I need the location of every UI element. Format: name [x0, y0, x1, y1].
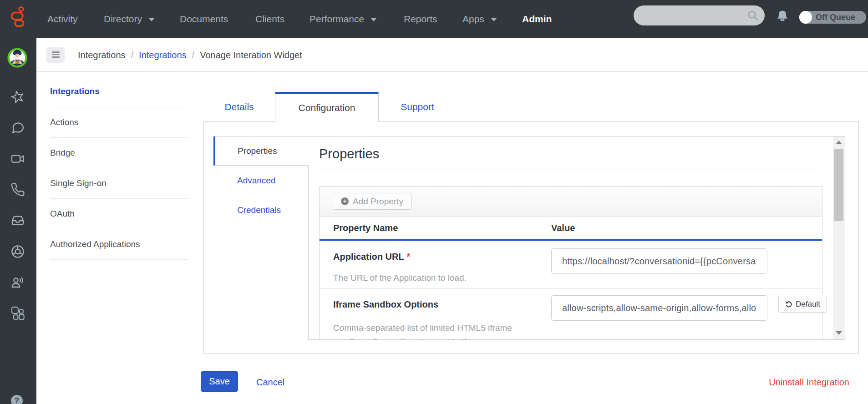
cancel-link[interactable]: Cancel: [256, 377, 284, 388]
reset-default-button[interactable]: Default: [778, 296, 827, 313]
nav-item-reports[interactable]: Reports: [404, 0, 437, 38]
chevron-down-icon: [371, 18, 377, 21]
settings-menu-item-bridge[interactable]: Bridge: [50, 138, 188, 168]
properties-heading: Properties: [319, 146, 822, 162]
properties-table-header: Property Name Value: [320, 217, 822, 241]
settings-menu-item-oauth[interactable]: OAuth: [50, 199, 188, 229]
column-header-property-name: Property Name: [320, 217, 538, 239]
vertical-scrollbar[interactable]: [833, 136, 845, 339]
settings-menu-item-actions[interactable]: Actions: [50, 107, 188, 138]
subnav-item-credentials[interactable]: Credentials: [213, 195, 308, 225]
breadcrumb-current: Vonage Interation Widget: [200, 50, 302, 61]
chevron-down-icon: [148, 18, 155, 21]
help-icon[interactable]: ?: [11, 395, 23, 404]
breadcrumb-separator: /: [192, 50, 195, 61]
nav-item-documents[interactable]: Documents: [180, 0, 228, 38]
toggle-knob: [799, 11, 812, 24]
video-icon[interactable]: [10, 152, 25, 166]
genesys-logo-icon[interactable]: [0, 0, 36, 38]
settings-menu-header-integrations[interactable]: Integrations: [50, 73, 188, 107]
nav-item-admin[interactable]: Admin: [522, 0, 552, 38]
scroll-down-icon: [836, 331, 842, 335]
chevron-down-icon: [491, 18, 497, 21]
header-divider: [36, 71, 868, 72]
iframe-sandbox-options-input[interactable]: [551, 295, 767, 321]
properties-toolbar: + Add Property: [320, 187, 822, 217]
breadcrumb-link[interactable]: Integrations: [139, 50, 187, 61]
save-button[interactable]: Save: [201, 371, 238, 392]
tab-configuration[interactable]: Configuration: [275, 92, 379, 122]
queue-status-toggle[interactable]: Off Queue: [799, 11, 866, 24]
app-root: Activity Directory Documents Clients Per…: [0, 0, 868, 404]
property-description: The URL of the Application to load.: [333, 272, 519, 284]
required-asterisk: *: [407, 252, 411, 262]
settings-menu-item-single-sign-on[interactable]: Single Sign-on: [50, 168, 188, 199]
property-row-iframe-sandbox-options: Iframe Sandbox Options Comma-separated l…: [320, 289, 822, 340]
integration-tabs: Details Configuration Support: [203, 92, 456, 122]
search-icon[interactable]: [747, 10, 759, 21]
properties-pane: Properties + Add Property Property Name …: [309, 136, 845, 340]
interactions-target-icon[interactable]: [10, 244, 25, 259]
menu-hamburger-button[interactable]: [46, 47, 65, 63]
nav-item-apps[interactable]: Apps: [462, 0, 497, 38]
subnav-item-properties[interactable]: Properties: [213, 136, 309, 166]
settings-menu: Integrations Actions Bridge Single Sign-…: [50, 73, 188, 260]
agent-speaking-icon[interactable]: [10, 275, 25, 290]
nav-item-activity[interactable]: Activity: [47, 0, 78, 38]
search-input[interactable]: [634, 5, 765, 25]
property-name-label: Application URL*: [333, 251, 519, 263]
column-header-value: Value: [538, 217, 822, 239]
breadcrumb: Integrations / Integrations / Vonage Int…: [78, 50, 302, 61]
avatar[interactable]: [7, 48, 27, 68]
properties-table-group: + Add Property Property Name Value Appli…: [319, 186, 822, 340]
nav-item-directory[interactable]: Directory: [104, 0, 155, 38]
breadcrumb-separator: /: [131, 50, 134, 61]
application-url-input[interactable]: [551, 248, 767, 274]
property-row-application-url: Application URL* The URL of the Applicat…: [320, 241, 822, 289]
notifications-bell-icon[interactable]: [776, 9, 789, 24]
scrollbar-down-button[interactable]: [833, 327, 845, 339]
subnav-item-advanced[interactable]: Advanced: [213, 166, 308, 195]
heading-divider: [319, 168, 822, 168]
plus-icon: +: [341, 197, 349, 205]
top-navigation-bar: Activity Directory Documents Clients Per…: [0, 0, 868, 38]
apps-grid-icon[interactable]: [10, 306, 25, 321]
left-icon-rail: ?: [0, 38, 36, 404]
settings-menu-item-authorized-applications[interactable]: Authorized Applications: [50, 229, 188, 260]
inbox-icon[interactable]: [10, 213, 25, 228]
property-name-label: Iframe Sandbox Options: [333, 298, 519, 310]
queue-status-label: Off Queue: [816, 11, 855, 24]
tab-details[interactable]: Details: [203, 92, 275, 121]
scrollbar-up-button[interactable]: [833, 136, 845, 148]
uninstall-integration-link[interactable]: Uninstall Integration: [769, 377, 849, 388]
tab-support[interactable]: Support: [379, 92, 456, 121]
scrollbar-thumb[interactable]: [834, 149, 843, 221]
configuration-subnav: Properties Advanced Credentials: [213, 136, 309, 340]
chat-icon[interactable]: [10, 121, 25, 135]
breadcrumb-item[interactable]: Integrations: [78, 50, 126, 61]
nav-item-clients[interactable]: Clients: [255, 0, 284, 38]
configuration-panel-inner: Properties Advanced Credentials Properti…: [213, 136, 845, 340]
configuration-panel: Properties Advanced Credentials Properti…: [203, 121, 859, 354]
property-description: Comma-separated list of limited HTML5 if…: [333, 321, 519, 340]
add-property-button[interactable]: + Add Property: [333, 193, 411, 210]
phone-icon[interactable]: [10, 182, 25, 197]
favorites-star-icon[interactable]: [10, 90, 25, 104]
global-search: [634, 5, 765, 25]
scroll-up-icon: [836, 141, 842, 144]
nav-item-performance[interactable]: Performance: [310, 0, 377, 38]
undo-icon: [785, 301, 792, 308]
